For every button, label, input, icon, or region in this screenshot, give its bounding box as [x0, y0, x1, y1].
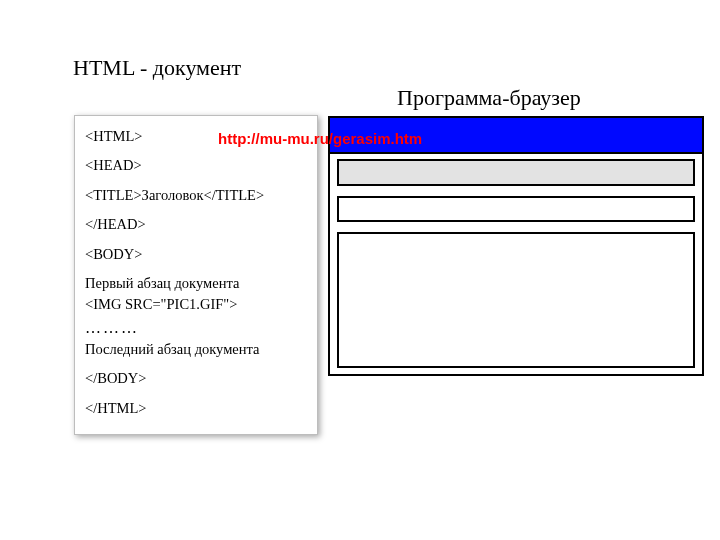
browser-content-area [337, 232, 695, 368]
source-line: Первый абзац документа [85, 275, 307, 292]
source-line: </HTML> [85, 400, 307, 417]
source-line: <HEAD> [85, 157, 307, 174]
source-ellipsis: ……… [85, 318, 307, 337]
url-prefix: URL: [178, 130, 218, 147]
url-link: http://mu-mu.ru/gerasim.htm [218, 130, 422, 147]
source-line: <TITLE>Заголовок</TITLE> [85, 187, 307, 204]
browser-toolbar-field[interactable] [337, 196, 695, 222]
source-line: </HEAD> [85, 216, 307, 233]
browser-program-title: Программа-браузер [397, 85, 581, 111]
source-line: </BODY> [85, 370, 307, 387]
browser-address-row [330, 154, 702, 192]
browser-toolbar-row [330, 192, 702, 228]
url-label: URL: http://mu-mu.ru/gerasim.htm [178, 130, 422, 147]
html-document-title: HTML - документ [73, 55, 241, 81]
browser-address-bar[interactable] [337, 159, 695, 186]
browser-window [328, 116, 704, 376]
source-line: Последний абзац документа [85, 341, 307, 358]
source-line: <IMG SRC="PIC1.GIF"> [85, 296, 307, 313]
source-line: <BODY> [85, 246, 307, 263]
html-source-panel: <HTML> <HEAD> <TITLE>Заголовок</TITLE> <… [74, 115, 318, 435]
